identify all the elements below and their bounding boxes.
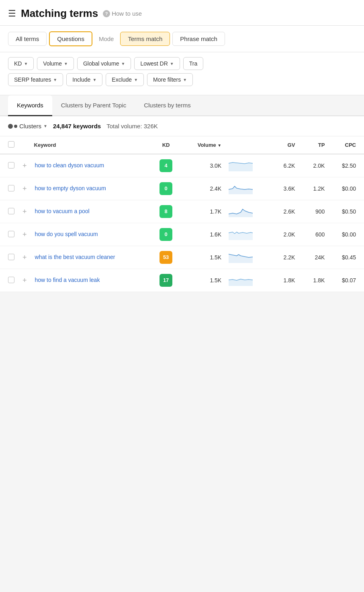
row-add-1[interactable]: + bbox=[18, 177, 31, 200]
clusters-button[interactable]: Clusters ▼ bbox=[8, 123, 47, 130]
row-kd-0: 4 bbox=[150, 154, 182, 177]
row-tp-0: 2.0K bbox=[299, 154, 329, 177]
filter-more-filters[interactable]: More filters ▼ bbox=[147, 73, 193, 86]
row-keyword-3[interactable]: how do you spell vacuum bbox=[31, 223, 150, 246]
row-cpc-5: $0.07 bbox=[329, 269, 364, 292]
row-kd-4: 53 bbox=[150, 246, 182, 269]
row-add-4[interactable]: + bbox=[18, 246, 31, 269]
kd-badge-3: 0 bbox=[160, 228, 172, 241]
tab-all-terms[interactable]: All terms bbox=[8, 32, 47, 46]
row-gv-0: 6.2K bbox=[267, 154, 299, 177]
filter-include[interactable]: Include ▼ bbox=[66, 73, 102, 86]
row-checkbox-cell-5 bbox=[0, 269, 18, 292]
row-checkbox-5[interactable] bbox=[8, 277, 14, 283]
row-checkbox-0[interactable] bbox=[8, 162, 14, 169]
col-add-header bbox=[18, 136, 31, 154]
table-header-row: Keyword KD Volume ▼ GV TP CPC bbox=[0, 136, 364, 154]
row-add-0[interactable]: + bbox=[18, 154, 31, 177]
row-checkbox-cell-0 bbox=[0, 154, 18, 177]
row-gv-1: 3.6K bbox=[267, 177, 299, 200]
row-keyword-1[interactable]: how to empty dyson vacuum bbox=[31, 177, 150, 200]
row-kd-5: 17 bbox=[150, 269, 182, 292]
row-checkbox-4[interactable] bbox=[8, 254, 14, 260]
row-cpc-1: $0.00 bbox=[329, 177, 364, 200]
caret-icon: ▼ bbox=[92, 78, 96, 82]
mode-label: Mode bbox=[95, 32, 118, 45]
caret-icon: ▼ bbox=[121, 62, 125, 66]
kd-badge-4: 53 bbox=[160, 251, 172, 264]
filter-kd[interactable]: KD ▼ bbox=[8, 57, 34, 70]
sparkline-chart-4 bbox=[229, 251, 253, 263]
sub-tab-clusters-parent[interactable]: Clusters by Parent Topic bbox=[52, 95, 135, 116]
row-add-5[interactable]: + bbox=[18, 269, 31, 292]
row-checkbox-1[interactable] bbox=[8, 185, 14, 191]
row-tp-5: 1.8K bbox=[299, 269, 329, 292]
caret-icon: ▼ bbox=[53, 78, 57, 82]
header-checkbox[interactable] bbox=[8, 141, 14, 148]
sparkline-chart-5 bbox=[229, 274, 253, 286]
col-kd-header[interactable]: KD bbox=[150, 136, 182, 154]
dot-big-icon bbox=[8, 124, 13, 129]
question-icon: ? bbox=[103, 10, 110, 17]
row-tp-4: 24K bbox=[299, 246, 329, 269]
page-title: Matching terms bbox=[21, 7, 98, 20]
hamburger-icon[interactable]: ☰ bbox=[8, 8, 16, 19]
sub-tab-clusters-terms[interactable]: Clusters by terms bbox=[135, 95, 200, 116]
row-add-3[interactable]: + bbox=[18, 223, 31, 246]
filter-lowest-dr[interactable]: Lowest DR ▼ bbox=[134, 57, 180, 70]
col-keyword-header[interactable]: Keyword bbox=[31, 136, 150, 154]
row-checkbox-2[interactable] bbox=[8, 208, 14, 214]
caret-icon: ▼ bbox=[24, 62, 28, 66]
row-checkbox-3[interactable] bbox=[8, 231, 14, 237]
total-volume: Total volume: 326K bbox=[106, 123, 158, 130]
filter-exclude[interactable]: Exclude ▼ bbox=[106, 73, 144, 86]
col-cpc-header[interactable]: CPC bbox=[329, 136, 364, 154]
row-add-2[interactable]: + bbox=[18, 200, 31, 223]
row-tp-1: 1.2K bbox=[299, 177, 329, 200]
row-trend-0 bbox=[225, 154, 266, 177]
table-row: + what is the best vacuum cleaner 53 1.5… bbox=[0, 246, 364, 269]
filter-volume[interactable]: Volume ▼ bbox=[37, 57, 74, 70]
row-keyword-5[interactable]: how to find a vacuum leak bbox=[31, 269, 150, 292]
filter-tra[interactable]: Tra bbox=[183, 57, 203, 70]
row-keyword-4[interactable]: what is the best vacuum cleaner bbox=[31, 246, 150, 269]
col-volume-header[interactable]: Volume ▼ bbox=[182, 136, 226, 154]
table-row: + how to find a vacuum leak 17 1.5K 1.8K… bbox=[0, 269, 364, 292]
col-tp-header[interactable]: TP bbox=[299, 136, 329, 154]
kd-badge-0: 4 bbox=[160, 159, 172, 172]
col-trend-header bbox=[225, 136, 266, 154]
row-trend-5 bbox=[225, 269, 266, 292]
table-row: + how to clean dyson vacuum 4 3.0K 6.2K … bbox=[0, 154, 364, 177]
row-trend-2 bbox=[225, 200, 266, 223]
row-trend-3 bbox=[225, 223, 266, 246]
col-gv-header[interactable]: GV bbox=[267, 136, 299, 154]
how-to-use-link[interactable]: ? How to use bbox=[103, 10, 142, 17]
dot-small-icon bbox=[14, 125, 17, 128]
tab-terms-match[interactable]: Terms match bbox=[120, 32, 170, 46]
row-volume-2: 1.7K bbox=[182, 200, 226, 223]
table-row: + how to vacuum a pool 8 1.7K 2.6K 900 $… bbox=[0, 200, 364, 223]
row-keyword-0[interactable]: how to clean dyson vacuum bbox=[31, 154, 150, 177]
sub-tab-keywords[interactable]: Keywords bbox=[8, 95, 52, 116]
header: ☰ Matching terms ? How to use bbox=[0, 0, 364, 26]
col-checkbox-header bbox=[0, 136, 18, 154]
tab-phrase-match[interactable]: Phrase match bbox=[172, 32, 225, 46]
row-checkbox-cell-4 bbox=[0, 246, 18, 269]
table-row: + how to empty dyson vacuum 0 2.4K 3.6K … bbox=[0, 177, 364, 200]
kd-badge-2: 8 bbox=[160, 205, 172, 218]
row-cpc-2: $0.50 bbox=[329, 200, 364, 223]
clusters-dot-icon bbox=[8, 124, 17, 129]
row-volume-4: 1.5K bbox=[182, 246, 226, 269]
row-tp-3: 600 bbox=[299, 223, 329, 246]
filters-section: KD ▼ Volume ▼ Global volume ▼ Lowest DR … bbox=[0, 52, 364, 95]
row-kd-1: 0 bbox=[150, 177, 182, 200]
filter-serp-features[interactable]: SERP features ▼ bbox=[8, 73, 63, 86]
row-checkbox-cell-2 bbox=[0, 200, 18, 223]
tab-questions[interactable]: Questions bbox=[49, 31, 92, 46]
caret-icon: ▼ bbox=[170, 62, 174, 66]
row-keyword-2[interactable]: how to vacuum a pool bbox=[31, 200, 150, 223]
filter-global-volume[interactable]: Global volume ▼ bbox=[77, 57, 131, 70]
row-tp-2: 900 bbox=[299, 200, 329, 223]
caret-icon: ▼ bbox=[64, 62, 68, 66]
sparkline-chart-0 bbox=[229, 159, 253, 171]
